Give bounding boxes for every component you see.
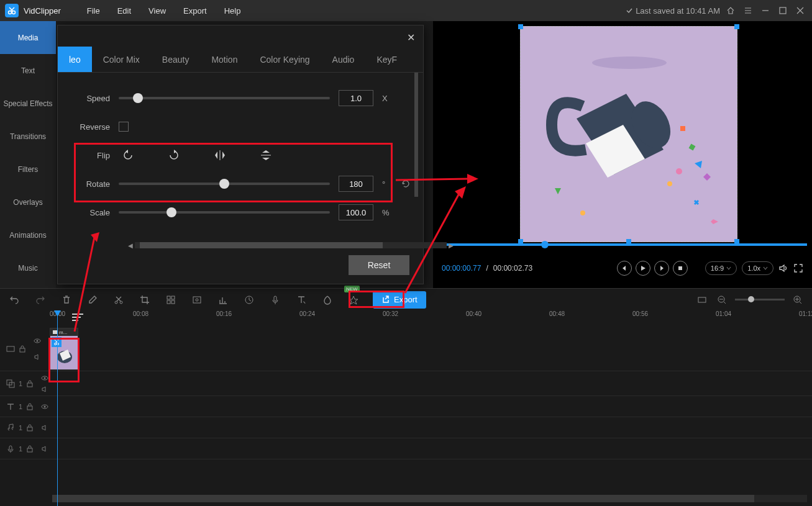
svg-rect-34 (20, 348, 25, 352)
sidebar-item-overlays[interactable]: Overlays (0, 186, 56, 219)
scale-input[interactable] (339, 204, 373, 220)
tab-keyframe[interactable]: KeyF (365, 47, 408, 72)
sidebar-item-filters[interactable]: Filters (0, 153, 56, 186)
rotate-reset-icon[interactable] (401, 179, 411, 189)
playhead[interactable] (57, 310, 58, 506)
track-count: 1 (19, 445, 22, 453)
voice-track[interactable]: 1 (0, 438, 812, 459)
next-frame-button[interactable] (654, 261, 669, 276)
zoom-slider[interactable] (735, 299, 785, 300)
timeline: 00:00 00:08 00:16 00:24 00:32 00:40 00:4… (0, 310, 812, 506)
tab-color-mix[interactable]: Color Mix (92, 47, 151, 72)
tab-audio[interactable]: Audio (321, 47, 366, 72)
flip-vertical-icon[interactable] (257, 147, 275, 163)
tab-beauty[interactable]: Beauty (151, 47, 201, 72)
scale-label: Scale (73, 208, 110, 217)
split-button[interactable] (112, 293, 125, 307)
panel-close-icon[interactable]: ✕ (404, 32, 417, 44)
voiceover-button[interactable] (268, 293, 282, 307)
sidebar-item-text[interactable]: Text (0, 54, 56, 87)
close-icon[interactable] (796, 5, 807, 16)
visibility-icon[interactable] (41, 403, 48, 410)
rotate-ccw-icon[interactable] (119, 147, 137, 163)
export-button[interactable]: Export (373, 291, 426, 309)
visibility-icon[interactable] (41, 374, 48, 382)
rotate-cw-icon[interactable] (165, 147, 183, 163)
zoom-in-icon[interactable] (791, 293, 805, 307)
overlay-track[interactable]: 1 (0, 371, 812, 396)
aspect-select[interactable]: 16:9 (705, 261, 737, 275)
text-track[interactable]: 1 (0, 396, 812, 417)
menu-edit[interactable]: Edit (109, 6, 140, 16)
music-track[interactable]: 1 (0, 417, 812, 438)
maximize-icon[interactable] (778, 5, 790, 16)
text-to-speech-button[interactable] (294, 293, 308, 307)
reset-button[interactable]: Reset (349, 255, 409, 275)
svg-point-21 (120, 301, 122, 304)
svg-point-10 (580, 210, 585, 215)
menu-help[interactable]: Help (216, 6, 250, 16)
lock-icon[interactable] (26, 380, 34, 387)
sidebar-item-media[interactable]: Media (0, 21, 56, 54)
color-button[interactable] (321, 293, 334, 307)
tab-motion[interactable]: Motion (200, 47, 249, 72)
tab-color-keying[interactable]: Color Keying (249, 47, 321, 72)
rotate-input[interactable] (339, 176, 373, 192)
flip-horizontal-icon[interactable] (211, 147, 229, 163)
redo-button[interactable] (34, 293, 47, 307)
new-badge: NEW (344, 286, 360, 292)
speed-slider[interactable] (119, 97, 330, 99)
timeline-menu-icon[interactable] (72, 310, 86, 324)
lock-icon[interactable] (26, 403, 34, 410)
stop-button[interactable] (673, 261, 688, 276)
lock-icon[interactable] (19, 345, 26, 353)
svg-point-45 (44, 377, 46, 379)
fit-timeline-icon[interactable] (695, 293, 709, 307)
scale-slider[interactable] (119, 211, 330, 214)
timeline-clip[interactable]: m... (50, 328, 78, 370)
lock-icon[interactable] (26, 445, 34, 453)
menu-file[interactable]: File (78, 6, 109, 16)
video-track[interactable]: m... (0, 327, 812, 371)
sidebar-item-animations[interactable]: Animations (0, 219, 56, 251)
mute-icon[interactable] (41, 445, 48, 453)
menu-export[interactable]: Export (175, 6, 216, 16)
sidebar-item-music[interactable]: Music (0, 251, 56, 284)
mute-icon[interactable] (34, 353, 41, 361)
crop-button[interactable] (138, 293, 152, 307)
sidebar-item-transitions[interactable]: Transitions (0, 120, 56, 153)
playback-speed-select[interactable]: 1.0x (742, 261, 773, 275)
volume-icon[interactable] (778, 263, 788, 273)
minimize-icon[interactable] (761, 5, 772, 16)
effects-button[interactable] (347, 293, 360, 307)
edit-button[interactable] (86, 293, 99, 307)
time-tick: 01:04 (716, 310, 731, 317)
reverse-checkbox[interactable] (119, 122, 129, 132)
delete-button[interactable] (60, 293, 73, 307)
tab-video[interactable]: leo (58, 47, 92, 72)
play-button[interactable] (636, 261, 650, 276)
preview-canvas[interactable] (520, 26, 737, 242)
rotate-slider[interactable] (119, 183, 330, 185)
preview-progress[interactable] (438, 243, 807, 246)
lock-icon[interactable] (26, 424, 34, 431)
panel-hscroll[interactable]: ◀ ▶ (126, 242, 455, 249)
home-icon[interactable] (726, 5, 737, 16)
sidebar-item-effects[interactable]: Special Effects (0, 87, 56, 120)
duration-button[interactable] (242, 293, 256, 307)
mute-icon[interactable] (41, 424, 48, 431)
speed-input[interactable] (339, 90, 373, 106)
mute-icon[interactable] (41, 386, 48, 393)
menu-view[interactable]: View (140, 6, 175, 16)
stats-button[interactable] (216, 293, 230, 307)
visibility-icon[interactable] (34, 337, 41, 345)
mosaic-button[interactable] (164, 293, 178, 307)
freeze-button[interactable] (190, 293, 204, 307)
undo-button[interactable] (7, 293, 21, 307)
fullscreen-icon[interactable] (793, 263, 803, 273)
prev-frame-button[interactable] (617, 261, 632, 276)
timeline-hscroll[interactable] (52, 495, 807, 502)
time-ruler[interactable]: 00:00 00:08 00:16 00:24 00:32 00:40 00:4… (50, 310, 812, 327)
zoom-out-icon[interactable] (715, 293, 729, 307)
hamburger-icon[interactable] (744, 5, 755, 16)
